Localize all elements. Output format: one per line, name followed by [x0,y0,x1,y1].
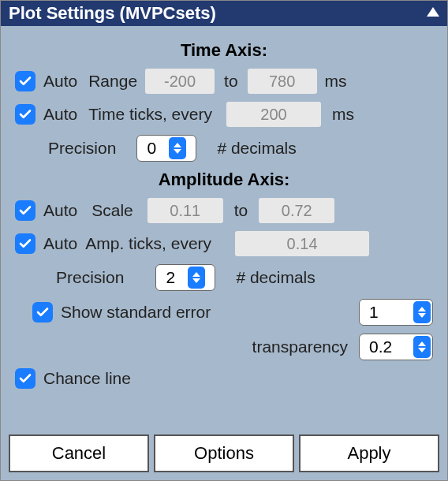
stderr-value: 1 [369,303,407,322]
transparency-label: transparency [252,337,348,356]
amp-precision-row: Precision 2 # decimals [15,264,433,291]
to-label: to [234,201,248,220]
time-range-auto-checkbox[interactable] [15,71,35,91]
time-ticks-auto-checkbox[interactable] [15,104,35,125]
check-icon [18,203,32,218]
time-axis-header: Time Axis: [15,40,433,61]
amp-scale-to-input[interactable] [259,198,334,223]
auto-label: Auto [43,234,77,253]
time-precision-value: 0 [147,139,162,158]
time-precision-select[interactable]: 0 [136,135,196,162]
cancel-button[interactable]: Cancel [9,434,149,472]
panel-title: Plot Settings (MVPCsets) [9,3,216,23]
amp-ticks-label: Amp. ticks, every [85,234,211,253]
button-bar: Cancel Options Apply [9,434,439,472]
amp-ticks-row: Auto Amp. ticks, every [15,231,433,256]
time-unit-label: ms [325,72,347,91]
check-icon [18,371,32,386]
amp-scale-row: Auto Scale to [15,198,433,223]
amp-scale-from-input[interactable] [147,198,223,223]
decimals-label: # decimals [217,139,296,158]
stepper-icon [169,137,186,159]
collapse-icon[interactable] [427,7,439,17]
check-icon [18,107,32,121]
chance-checkbox[interactable] [15,368,35,389]
check-icon [35,305,50,319]
time-range-row: Auto Range to ms [15,69,433,94]
options-button[interactable]: Options [154,434,294,472]
chance-label: Chance line [43,369,131,388]
amp-scale-auto-checkbox[interactable] [15,200,35,221]
plot-settings-panel: Plot Settings (MVPCsets) Time Axis: Auto… [0,0,448,481]
time-ticks-unit: ms [332,105,354,124]
check-icon [18,74,32,88]
auto-label: Auto [43,72,77,91]
time-ticks-row: Auto Time ticks, every ms [15,102,433,127]
auto-label: Auto [43,201,77,220]
stderr-row: Show standard error 1 [15,299,433,326]
scale-label: Scale [91,201,133,220]
amp-axis-header: Amplitude Axis: [15,170,433,190]
transparency-row: transparency 0.2 [15,334,433,360]
precision-label: Precision [48,139,116,158]
titlebar: Plot Settings (MVPCsets) [1,1,447,26]
transparency-select[interactable]: 0.2 [359,334,433,360]
amp-ticks-auto-checkbox[interactable] [15,233,35,254]
time-ticks-input[interactable] [226,102,321,127]
amp-ticks-input[interactable] [235,231,369,256]
stepper-icon [413,301,431,323]
apply-button[interactable]: Apply [299,434,439,472]
time-precision-row: Precision 0 # decimals [15,135,433,162]
stepper-icon [188,267,205,289]
chance-row: Chance line [15,368,433,389]
time-ticks-label: Time ticks, every [88,105,212,124]
time-range-to-input[interactable] [248,69,317,94]
check-icon [18,237,32,251]
stepper-icon [413,336,431,358]
stderr-checkbox[interactable] [32,302,53,323]
time-range-from-input[interactable] [145,69,215,94]
to-label: to [224,72,238,91]
amp-precision-select[interactable]: 2 [155,264,215,291]
stderr-label: Show standard error [61,303,211,322]
auto-label: Auto [43,105,77,124]
transparency-value: 0.2 [369,337,407,356]
stderr-value-select[interactable]: 1 [359,299,433,326]
range-label: Range [88,72,137,91]
decimals-label: # decimals [236,268,315,287]
content-area: Time Axis: Auto Range to ms Auto Time ti… [1,26,447,389]
precision-label: Precision [56,268,124,287]
amp-precision-value: 2 [166,268,181,287]
